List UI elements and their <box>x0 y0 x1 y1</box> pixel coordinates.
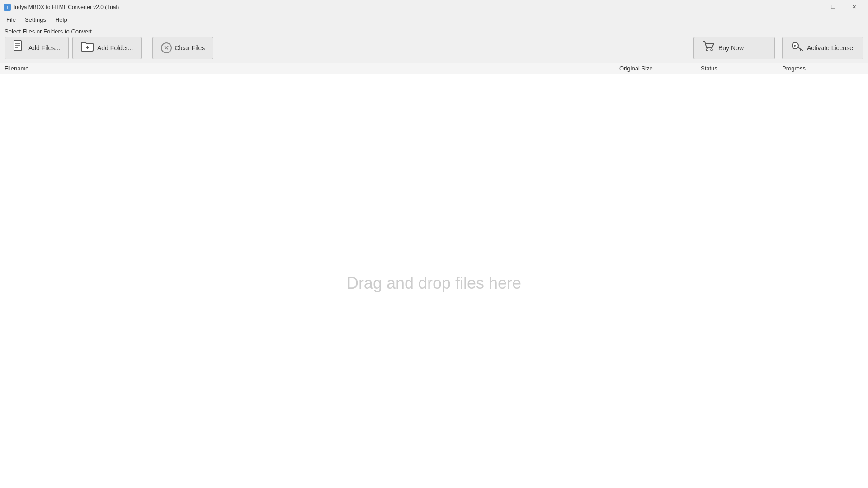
menu-file[interactable]: File <box>2 15 20 24</box>
folder-icon <box>81 41 94 55</box>
file-icon <box>13 40 25 56</box>
maximize-button[interactable]: ❐ <box>823 0 844 14</box>
add-folder-label: Add Folder... <box>97 44 133 52</box>
file-list-area[interactable]: Drag and drop files here <box>0 74 868 488</box>
add-files-button[interactable]: Add Files... <box>5 37 69 59</box>
clear-icon: ✕ <box>161 42 172 53</box>
toolbar-section: Select Files or Folders to Convert Add F… <box>0 25 868 63</box>
activate-license-label: Activate License <box>807 44 853 52</box>
menu-bar: File Settings Help <box>0 14 868 25</box>
minimize-button[interactable]: — <box>802 0 823 14</box>
activate-license-button[interactable]: Activate License <box>782 37 863 59</box>
title-bar: I Indya MBOX to HTML Converter v2.0 (Tri… <box>0 0 868 14</box>
window-controls: — ❐ ✕ <box>802 0 864 14</box>
buy-now-label: Buy Now <box>718 44 744 52</box>
clear-files-label: Clear Files <box>175 44 205 52</box>
toolbar-right: Buy Now Activate License <box>690 37 863 59</box>
close-button[interactable]: ✕ <box>844 0 864 14</box>
clear-files-button[interactable]: ✕ Clear Files <box>152 37 213 59</box>
col-progress: Progress <box>782 65 863 72</box>
col-status: Status <box>701 65 782 72</box>
drop-zone-text: Drag and drop files here <box>347 274 521 293</box>
svg-point-6 <box>706 49 708 51</box>
window-title: Indya MBOX to HTML Converter v2.0 (Trial… <box>14 4 802 10</box>
svg-point-7 <box>711 49 712 51</box>
menu-help[interactable]: Help <box>51 15 72 24</box>
add-folder-button[interactable]: Add Folder... <box>72 37 142 59</box>
col-original-size: Original Size <box>619 65 701 72</box>
col-filename: Filename <box>5 65 619 72</box>
toolbar-buttons-row: Add Files... Add Folder... ✕ Clear Files <box>5 37 863 59</box>
file-list-header: Filename Original Size Status Progress <box>0 63 868 74</box>
cart-icon <box>702 41 715 55</box>
svg-point-12 <box>794 45 796 47</box>
main-content: Filename Original Size Status Progress D… <box>0 63 868 488</box>
add-files-label: Add Files... <box>28 44 60 52</box>
buy-now-button[interactable]: Buy Now <box>693 37 775 59</box>
menu-settings[interactable]: Settings <box>20 15 51 24</box>
toolbar-label: Select Files or Folders to Convert <box>5 28 863 35</box>
app-icon: I <box>4 4 11 11</box>
key-icon <box>791 41 803 55</box>
